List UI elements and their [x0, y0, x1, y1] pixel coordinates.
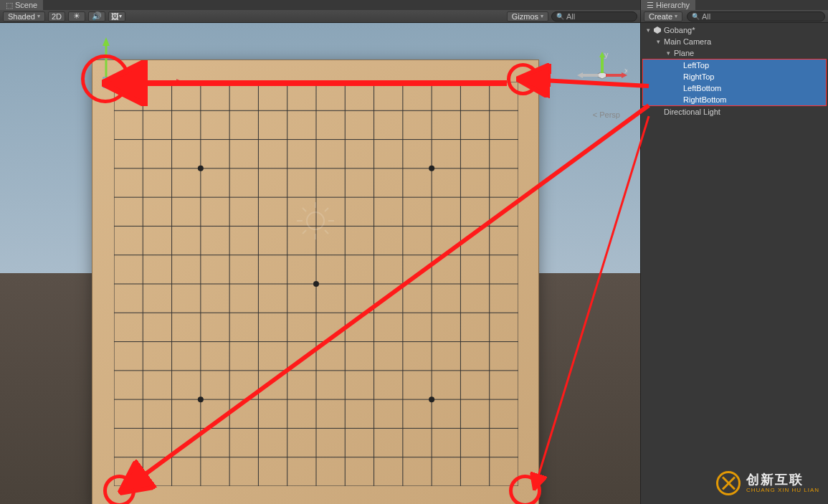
- scene-name-label: Gobang*: [662, 26, 695, 34]
- hierarchy-tree: ▾ Gobang* ▾ Main Camera ▾ Plane LeftTop …: [641, 23, 828, 504]
- svg-point-35: [307, 212, 324, 229]
- hierarchy-item-rightbottom[interactable]: RightBottom: [643, 94, 826, 105]
- fx-toggle[interactable]: 🖼▾: [108, 11, 125, 22]
- unity-icon: [652, 26, 662, 34]
- hierarchy-tab[interactable]: ☰ Hierarchy: [641, 0, 695, 10]
- svg-line-43: [303, 230, 306, 234]
- scene-panel: ⬚ Scene Shaded 2D ☀ 🔊 🖼▾ Gizmos All: [0, 0, 640, 504]
- orientation-gizmo[interactable]: x y: [577, 52, 627, 102]
- scene-toolbar: Shaded 2D ☀ 🔊 🖼▾ Gizmos All: [0, 10, 640, 23]
- annotation-circle-leftbottom: [103, 475, 135, 504]
- hierarchy-create-dropdown[interactable]: Create: [644, 11, 682, 22]
- svg-point-33: [198, 396, 204, 402]
- hierarchy-item-righttop[interactable]: RightTop: [643, 71, 826, 82]
- hierarchy-icon: ☰: [647, 1, 654, 10]
- foldout-icon[interactable]: ▾: [664, 49, 672, 57]
- audio-toggle[interactable]: 🔊: [88, 11, 105, 22]
- hierarchy-toolbar: Create All: [641, 10, 828, 23]
- svg-point-32: [313, 281, 319, 287]
- scene-tab-label: Scene: [15, 1, 37, 9]
- hierarchy-panel: ☰ Hierarchy Create All ▾ Gobang* ▾ Main …: [640, 0, 828, 504]
- scene-tab-icon: ⬚: [6, 1, 13, 10]
- svg-line-41: [325, 230, 328, 234]
- watermark-py: CHUANG XIN HU LIAN: [746, 488, 819, 494]
- hierarchy-search-input[interactable]: All: [687, 11, 825, 22]
- image-icon: 🖼: [111, 12, 119, 21]
- audio-icon: 🔊: [92, 11, 102, 21]
- go-board: [92, 60, 539, 504]
- gizmos-dropdown[interactable]: Gizmos: [507, 11, 548, 22]
- hierarchy-item-lefttop[interactable]: LeftTop: [643, 60, 826, 71]
- shading-mode-dropdown[interactable]: Shaded: [3, 11, 45, 22]
- hierarchy-tab-bar: ☰ Hierarchy: [641, 0, 828, 10]
- annotation-circle-righttop: [507, 63, 539, 95]
- foldout-icon[interactable]: ▾: [654, 38, 662, 45]
- sun-icon: ☀: [73, 11, 80, 21]
- lighting-toggle[interactable]: ☀: [68, 11, 85, 22]
- svg-line-40: [303, 208, 306, 211]
- hierarchy-item-leftbottom[interactable]: LeftBottom: [643, 82, 826, 94]
- 2d-toggle[interactable]: 2D: [48, 11, 65, 22]
- svg-marker-61: [654, 27, 661, 34]
- hierarchy-item-directional-light[interactable]: Directional Light: [641, 106, 828, 118]
- scene-viewport[interactable]: x y Persp: [0, 23, 640, 504]
- watermark-cn: 创新互联: [746, 473, 819, 488]
- hierarchy-item-main-camera[interactable]: ▾ Main Camera: [641, 36, 828, 47]
- annotation-circle-rightbottom: [509, 475, 541, 504]
- svg-point-30: [198, 166, 204, 171]
- svg-line-60: [538, 116, 649, 478]
- scene-tab[interactable]: ⬚ Scene: [0, 0, 43, 10]
- projection-label[interactable]: Persp: [593, 110, 620, 119]
- svg-marker-52: [103, 37, 110, 46]
- svg-marker-50: [577, 72, 583, 78]
- hierarchy-tab-label: Hierarchy: [656, 1, 690, 9]
- hierarchy-item-plane[interactable]: ▾ Plane: [641, 47, 828, 59]
- svg-point-31: [429, 166, 434, 171]
- hierarchy-scene-row[interactable]: ▾ Gobang*: [641, 24, 828, 36]
- light-gizmo-icon: [294, 199, 337, 242]
- watermark-logo-icon: [716, 471, 741, 495]
- svg-marker-54: [176, 79, 185, 86]
- svg-line-42: [325, 208, 328, 211]
- axis-y-label: y: [604, 52, 609, 59]
- scene-tab-bar: ⬚ Scene: [0, 0, 640, 10]
- svg-point-34: [429, 396, 434, 402]
- board-grid: [114, 82, 518, 486]
- annotation-circle-lefttop: [81, 54, 130, 103]
- foldout-icon[interactable]: ▾: [644, 27, 652, 34]
- watermark: 创新互联 CHUANG XIN HU LIAN: [716, 471, 819, 495]
- hierarchy-selection-box: LeftTop RightTop LeftBottom RightBottom: [642, 59, 827, 106]
- scene-search-input[interactable]: All: [551, 11, 637, 22]
- axis-x-label: x: [624, 66, 627, 75]
